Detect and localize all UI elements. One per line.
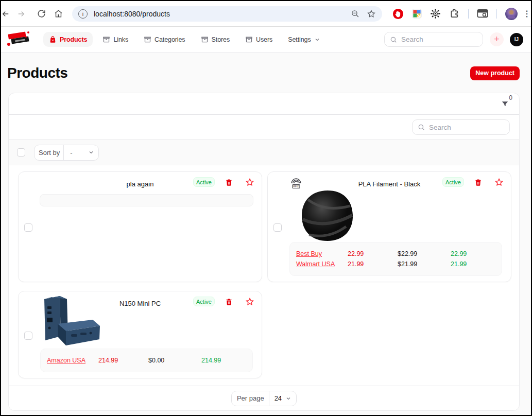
extensions-puzzle-icon[interactable] [449, 8, 460, 19]
back-button[interactable] [0, 6, 12, 22]
box-icon [245, 36, 253, 43]
home-button[interactable] [53, 6, 65, 22]
sort-row: Sort by - [9, 140, 519, 165]
browser-toolbar: i localhost:8080/products ⋮ [1, 1, 531, 27]
pagination-row: Per page 24 [9, 386, 519, 410]
adblock-extension-icon[interactable] [392, 8, 404, 20]
chevron-down-icon [285, 395, 291, 402]
site-info-icon[interactable]: i [78, 9, 88, 19]
store-link[interactable]: Best Buy [296, 250, 348, 257]
app-logo[interactable] [7, 31, 31, 48]
toolbar-separator-2 [496, 9, 497, 19]
per-page-select[interactable]: 24 [269, 391, 296, 406]
product-card-pla-again: pla again Active [18, 171, 262, 282]
svg-text:RFID: RFID [293, 185, 299, 188]
search-icon [418, 124, 425, 131]
favorite-star-icon[interactable] [494, 178, 504, 187]
chevron-down-icon [314, 37, 320, 43]
nav-categories[interactable]: Categories [138, 32, 191, 47]
toolbar-separator [468, 9, 469, 19]
address-bar[interactable]: i localhost:8080/products [72, 6, 382, 22]
screen-search-icon[interactable] [477, 9, 488, 19]
status-badge: Active [193, 177, 215, 187]
new-product-button[interactable]: New product [470, 66, 520, 80]
filter-funnel-icon[interactable] [501, 100, 509, 108]
search-row: Search [9, 115, 519, 140]
empty-stores-bar [40, 194, 253, 206]
store-link[interactable]: Walmart USA [296, 261, 348, 268]
forward-button[interactable] [15, 6, 27, 22]
product-checkbox[interactable] [24, 332, 32, 340]
bag-icon [49, 36, 57, 43]
product-card-pla-filament: RFID PLA Filament - Black Active [267, 171, 511, 282]
store-link[interactable]: Amazon USA [47, 357, 98, 364]
nav-links[interactable]: Links [97, 32, 134, 47]
delete-icon[interactable] [225, 298, 233, 306]
products-panel: 0 Search Sort by - pla again Active [8, 93, 520, 411]
browser-menu-icon[interactable]: ⋮ [523, 9, 531, 19]
photos-extension-icon[interactable] [412, 9, 422, 19]
status-badge: Active [442, 177, 464, 187]
store-price-row: Walmart USA 21.99 $21.99 21.99 [296, 259, 495, 269]
product-name: pla again [127, 180, 154, 188]
per-page-label: Per page [232, 394, 269, 402]
zoom-out-icon[interactable] [351, 9, 359, 18]
page-title: Products [7, 65, 67, 81]
product-card-n150: N150 Mini PC Active [18, 291, 262, 378]
store-price-row: Best Buy 22.99 $22.99 22.99 [296, 249, 495, 259]
product-checkbox[interactable] [273, 223, 282, 232]
sort-by-label: Sort by [35, 149, 63, 157]
chevron-down-icon [88, 149, 94, 155]
select-all-checkbox[interactable] [17, 148, 25, 157]
product-name: N150 Mini PC [119, 300, 161, 307]
store-price-table: Amazon USA 214.99 $0.00 214.99 [40, 349, 253, 372]
filter-row: 0 [9, 93, 519, 115]
nav-users[interactable]: Users [239, 32, 278, 47]
rfid-icon: RFID [289, 177, 303, 189]
product-image-minipc [37, 292, 102, 350]
reload-button[interactable] [36, 6, 48, 22]
sun-extension-icon[interactable] [430, 8, 441, 19]
browser-profile-avatar[interactable] [505, 8, 518, 20]
sort-by-select[interactable]: - [63, 145, 98, 160]
main-nav: Products Links Categories Stores Users S… [43, 32, 326, 47]
search-icon [390, 36, 397, 43]
bookmark-star-icon[interactable] [367, 9, 376, 19]
delete-icon[interactable] [225, 178, 233, 186]
header-search-input[interactable]: Search [384, 32, 483, 47]
user-avatar[interactable]: IJ [510, 33, 523, 46]
store-price-row: Amazon USA 214.99 $0.00 214.99 [47, 355, 246, 366]
app-header: Products Links Categories Stores Users S… [1, 27, 531, 53]
box-icon [144, 36, 151, 43]
status-badge: Active [193, 297, 215, 306]
nav-settings[interactable]: Settings [282, 32, 325, 47]
box-icon [102, 36, 110, 43]
delete-icon[interactable] [474, 178, 482, 186]
favorite-star-icon[interactable] [245, 297, 254, 306]
product-grid: pla again Active RFID PLA Filament - Bla… [9, 165, 519, 386]
nav-stores[interactable]: Stores [195, 32, 236, 47]
product-image-filament [298, 189, 357, 242]
favorite-star-icon[interactable] [245, 178, 254, 187]
nav-products[interactable]: Products [43, 32, 93, 47]
store-price-table: Best Buy 22.99 $22.99 22.99 Walmart USA … [289, 242, 502, 276]
product-checkbox[interactable] [24, 223, 32, 232]
url-text[interactable]: localhost:8080/products [94, 10, 344, 18]
box-icon [201, 36, 209, 43]
add-button[interactable]: + [490, 32, 504, 46]
sort-by-group: Sort by - [34, 145, 99, 161]
products-search-input[interactable]: Search [412, 119, 510, 135]
filter-count: 0 [509, 94, 512, 101]
per-page-group: Per page 24 [231, 391, 297, 406]
product-name: PLA Filament - Black [358, 180, 421, 188]
